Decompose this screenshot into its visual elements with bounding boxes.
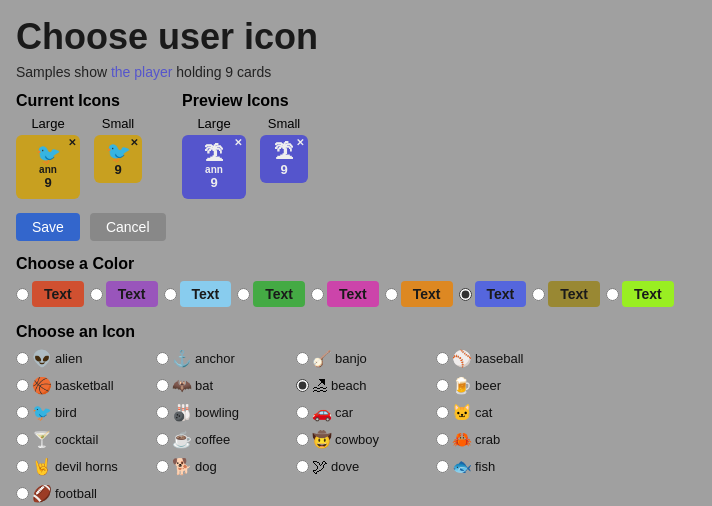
color-radio-orange[interactable]	[385, 288, 398, 301]
icon-option-dove[interactable]: 🕊dove	[296, 457, 436, 476]
current-small-num: 9	[114, 162, 121, 177]
icon-name-banjo: banjo	[335, 351, 367, 366]
icon-emoji-bird: 🐦	[32, 403, 52, 422]
color-radio-green[interactable]	[237, 288, 250, 301]
icon-radio-cocktail[interactable]	[16, 433, 29, 446]
current-small-label: Small	[94, 116, 142, 131]
color-option-orange[interactable]: Text	[385, 281, 453, 307]
icon-option-fish[interactable]: 🐟fish	[436, 457, 576, 476]
icon-option-alien[interactable]: 👽alien	[16, 349, 156, 368]
icon-name-cowboy: cowboy	[335, 432, 379, 447]
icon-name-cocktail: cocktail	[55, 432, 98, 447]
preview-icons-group: Preview Icons Large ✕ 🏝 ann 9 Small ✕ 🏝 …	[182, 92, 308, 199]
icon-option-football[interactable]: 🏈football	[16, 484, 156, 503]
icon-radio-dog[interactable]	[156, 460, 169, 473]
icon-option-bat[interactable]: 🦇bat	[156, 376, 296, 395]
icon-option-crab[interactable]: 🦀crab	[436, 430, 576, 449]
current-large-label: Large	[16, 116, 80, 131]
icon-emoji-bat: 🦇	[172, 376, 192, 395]
color-option-pink[interactable]: Text	[311, 281, 379, 307]
color-option-blue-selected[interactable]: Text	[459, 281, 527, 307]
icon-option-anchor[interactable]: ⚓anchor	[156, 349, 296, 368]
icon-option-beer[interactable]: 🍺beer	[436, 376, 576, 395]
icon-radio-crab[interactable]	[436, 433, 449, 446]
icon-radio-dove[interactable]	[296, 460, 309, 473]
color-radio-blue-selected[interactable]	[459, 288, 472, 301]
icon-option-devil-horns[interactable]: 🤘devil horns	[16, 457, 156, 476]
color-radio-orange-red[interactable]	[16, 288, 29, 301]
current-large-xmark: ✕	[68, 137, 76, 148]
preview-small-num: 9	[280, 162, 287, 177]
color-option-light-blue[interactable]: Text	[164, 281, 232, 307]
color-option-olive[interactable]: Text	[532, 281, 600, 307]
icon-emoji-cocktail: 🍸	[32, 430, 52, 449]
current-icons-group: Current Icons Large ✕ 🐦 ann 9 Small ✕ 🐦 …	[16, 92, 142, 199]
color-radio-light-blue[interactable]	[164, 288, 177, 301]
cancel-button[interactable]: Cancel	[90, 213, 166, 241]
icon-radio-football[interactable]	[16, 487, 29, 500]
icon-emoji-football: 🏈	[32, 484, 52, 503]
icon-radio-bird[interactable]	[16, 406, 29, 419]
icon-radio-baseball[interactable]	[436, 352, 449, 365]
icon-option-car[interactable]: 🚗car	[296, 403, 436, 422]
preview-small-xmark: ✕	[296, 137, 304, 148]
color-option-orange-red[interactable]: Text	[16, 281, 84, 307]
icon-name-anchor: anchor	[195, 351, 235, 366]
icon-option-coffee[interactable]: ☕coffee	[156, 430, 296, 449]
icon-radio-fish[interactable]	[436, 460, 449, 473]
icon-radio-basketball[interactable]	[16, 379, 29, 392]
icon-radio-beer[interactable]	[436, 379, 449, 392]
save-button[interactable]: Save	[16, 213, 80, 241]
icon-option-basketball[interactable]: 🏀basketball	[16, 376, 156, 395]
color-option-purple[interactable]: Text	[90, 281, 158, 307]
icon-name-dog: dog	[195, 459, 217, 474]
preview-large-card: ✕ 🏝 ann 9	[182, 135, 246, 199]
icon-radio-cowboy[interactable]	[296, 433, 309, 446]
icon-option-beach[interactable]: 🏖beach	[296, 376, 436, 395]
icon-emoji-car: 🚗	[312, 403, 332, 422]
icon-radio-coffee[interactable]	[156, 433, 169, 446]
color-option-lime[interactable]: Text	[606, 281, 674, 307]
icon-option-bird[interactable]: 🐦bird	[16, 403, 156, 422]
icon-grid: 👽alien⚓anchor🪕banjo⚾baseball🏀basketball🦇…	[16, 349, 696, 506]
icon-option-cocktail[interactable]: 🍸cocktail	[16, 430, 156, 449]
icon-emoji-beach: 🏖	[312, 377, 328, 395]
color-option-green[interactable]: Text	[237, 281, 305, 307]
color-radio-lime[interactable]	[606, 288, 619, 301]
icon-radio-devil-horns[interactable]	[16, 460, 29, 473]
icon-emoji-cowboy: 🤠	[312, 430, 332, 449]
current-small-container: Small ✕ 🐦 9	[94, 116, 142, 199]
icon-radio-bat[interactable]	[156, 379, 169, 392]
color-swatch-orange: Text	[401, 281, 453, 307]
icon-name-alien: alien	[55, 351, 82, 366]
icon-option-cowboy[interactable]: 🤠cowboy	[296, 430, 436, 449]
current-small-card: ✕ 🐦 9	[94, 135, 142, 183]
icon-option-banjo[interactable]: 🪕banjo	[296, 349, 436, 368]
icon-radio-beach[interactable]	[296, 379, 309, 392]
current-large-text: ann	[39, 164, 57, 175]
icon-radio-bowling[interactable]	[156, 406, 169, 419]
preview-large-text: ann	[205, 164, 223, 175]
color-radio-pink[interactable]	[311, 288, 324, 301]
current-large-card: ✕ 🐦 ann 9	[16, 135, 80, 199]
icon-emoji-coffee: ☕	[172, 430, 192, 449]
icon-emoji-beer: 🍺	[452, 376, 472, 395]
icon-name-football: football	[55, 486, 97, 501]
color-radio-purple[interactable]	[90, 288, 103, 301]
icon-option-dog[interactable]: 🐕dog	[156, 457, 296, 476]
color-swatch-orange-red: Text	[32, 281, 84, 307]
icon-radio-car[interactable]	[296, 406, 309, 419]
icon-radio-anchor[interactable]	[156, 352, 169, 365]
color-swatch-blue-selected: Text	[475, 281, 527, 307]
icon-emoji-dog: 🐕	[172, 457, 192, 476]
icon-radio-banjo[interactable]	[296, 352, 309, 365]
icon-radio-cat[interactable]	[436, 406, 449, 419]
icon-option-cat[interactable]: 🐱cat	[436, 403, 576, 422]
color-radio-olive[interactable]	[532, 288, 545, 301]
current-icons-label: Current Icons	[16, 92, 142, 110]
icon-option-baseball[interactable]: ⚾baseball	[436, 349, 576, 368]
icon-radio-alien[interactable]	[16, 352, 29, 365]
icon-name-fish: fish	[475, 459, 495, 474]
icon-option-bowling[interactable]: 🎳bowling	[156, 403, 296, 422]
preview-small-card: ✕ 🏝 9	[260, 135, 308, 183]
